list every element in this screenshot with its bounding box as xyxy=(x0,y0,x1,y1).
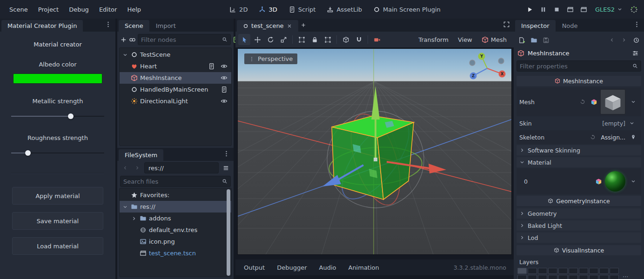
layer-cell[interactable] xyxy=(569,268,578,274)
scale-tool-button[interactable] xyxy=(277,34,289,45)
camera-preview-button[interactable] xyxy=(371,34,383,45)
section-visualinstance[interactable]: VisualInstance xyxy=(517,245,641,255)
layers-more-button[interactable]: ... xyxy=(623,272,628,279)
panel-menu-button[interactable] xyxy=(103,19,113,29)
script-button[interactable] xyxy=(206,61,216,72)
filter-nodes-input[interactable] xyxy=(141,36,220,43)
test-scene-file-row[interactable]: test_scene.tscn xyxy=(120,247,231,259)
history-back-button[interactable] xyxy=(607,35,617,45)
play-button[interactable] xyxy=(524,4,536,15)
panel-menu-button[interactable] xyxy=(221,148,231,159)
layer-cell[interactable] xyxy=(579,275,588,279)
pick-node-button[interactable] xyxy=(628,132,638,142)
transform-menu[interactable]: Transform xyxy=(414,35,453,45)
rotate-tool-button[interactable] xyxy=(264,34,276,45)
res-root-row[interactable]: res:// xyxy=(120,201,231,213)
menu-editor[interactable]: Editor xyxy=(94,4,121,15)
history-forward-button[interactable] xyxy=(619,35,629,45)
select-tool-button[interactable] xyxy=(238,34,250,45)
layer-cell[interactable] xyxy=(528,268,537,274)
layer-cell[interactable] xyxy=(538,268,547,274)
lock-selected-button[interactable] xyxy=(309,34,321,45)
menu-project[interactable]: Project xyxy=(34,4,63,15)
tab-node[interactable]: Node xyxy=(556,20,584,32)
albedo-color-swatch[interactable] xyxy=(13,73,102,84)
search-files-field[interactable] xyxy=(120,176,231,187)
object-history-button[interactable] xyxy=(631,35,641,45)
skeleton-assign-button[interactable]: Assign... xyxy=(601,134,625,141)
layer-cell[interactable] xyxy=(579,268,588,274)
filter-nodes-field[interactable] xyxy=(138,34,231,45)
menu-scene[interactable]: Scene xyxy=(5,4,33,15)
category-lod[interactable]: Lod xyxy=(517,232,641,243)
category-software-skinning[interactable]: Software Skinning xyxy=(517,145,641,155)
scene-node-handledbymainscreen[interactable]: HandledByMainScreen xyxy=(120,84,231,95)
scene-node-heart[interactable]: Heart xyxy=(120,60,231,72)
distraction-free-button[interactable] xyxy=(501,19,511,29)
group-selected-button[interactable] xyxy=(322,34,334,45)
split-mode-button[interactable] xyxy=(221,163,231,173)
section-geometryinstance[interactable]: GeometryInstance xyxy=(517,196,641,206)
collapse-toggle[interactable] xyxy=(122,204,128,210)
list-select-button[interactable] xyxy=(295,34,308,45)
revert-button[interactable] xyxy=(577,97,588,107)
video-driver-select[interactable]: GLES2 xyxy=(592,5,626,14)
favorites-row[interactable]: Favorites: xyxy=(120,189,231,201)
scene-node-testscene[interactable]: TestScene xyxy=(120,49,231,60)
category-material[interactable]: Material xyxy=(517,157,641,167)
tab-material-creator-plugin[interactable]: Material Creator Plugin xyxy=(1,20,83,32)
addons-folder-row[interactable]: addons xyxy=(120,213,231,224)
layer-cell[interactable] xyxy=(548,268,557,274)
editor-2d-button[interactable]: 2D xyxy=(226,4,251,15)
save-resource-button[interactable] xyxy=(541,35,551,45)
menu-debug[interactable]: Debug xyxy=(64,4,94,15)
panel-menu-button[interactable] xyxy=(631,19,642,29)
default-env-row[interactable]: default_env.tres xyxy=(120,224,231,236)
slider-grabber[interactable] xyxy=(25,150,31,156)
pause-button[interactable] xyxy=(538,4,549,15)
layer-cell[interactable] xyxy=(569,275,578,279)
layer-cell[interactable] xyxy=(599,275,609,279)
play-custom-scene-button[interactable] xyxy=(578,4,590,15)
collapse-toggle[interactable] xyxy=(131,216,137,221)
tab-inspector[interactable]: Inspector xyxy=(515,20,556,32)
editor-3d-button[interactable]: 3D xyxy=(255,4,280,15)
scene-node-meshinstance[interactable]: MeshInstance xyxy=(120,72,231,84)
apply-material-button[interactable]: Apply material xyxy=(12,187,103,205)
layer-cell[interactable] xyxy=(599,268,609,274)
editor-assetlib-button[interactable]: AssetLib xyxy=(323,4,365,15)
move-tool-button[interactable] xyxy=(251,34,263,45)
editor-script-button[interactable]: Script xyxy=(285,4,319,15)
layer-cell[interactable] xyxy=(610,268,619,274)
roughness-strength-slider[interactable] xyxy=(11,150,104,156)
filter-properties-input[interactable] xyxy=(520,63,631,70)
search-files-input[interactable] xyxy=(123,178,220,185)
mesh-preview-thumbnail[interactable] xyxy=(600,89,625,114)
new-resource-button[interactable] xyxy=(517,35,527,45)
material-dropdown-button[interactable] xyxy=(628,176,638,186)
add-node-button[interactable] xyxy=(120,34,127,45)
local-space-toggle[interactable] xyxy=(340,34,352,45)
collapse-toggle[interactable] xyxy=(122,52,128,58)
debugger-panel-button[interactable]: Debugger xyxy=(271,262,312,273)
icon-png-row[interactable]: icon.png xyxy=(120,236,231,247)
visibility-toggle[interactable] xyxy=(219,61,229,72)
filter-properties-field[interactable] xyxy=(517,60,641,72)
viewport-3d[interactable]: Perspective Y X Z xyxy=(237,48,512,255)
save-material-button[interactable]: Save material xyxy=(12,212,103,230)
category-baked-light[interactable]: Baked Light xyxy=(517,220,641,231)
layer-cell[interactable] xyxy=(558,268,568,274)
section-meshinstance[interactable]: MeshInstance xyxy=(517,76,641,86)
layer-cell[interactable] xyxy=(548,275,557,279)
output-panel-button[interactable]: Output xyxy=(238,262,270,273)
layer-cell[interactable] xyxy=(589,275,598,279)
slider-grabber[interactable] xyxy=(68,113,74,119)
filesystem-scrollbar[interactable] xyxy=(227,189,230,276)
revert-button[interactable] xyxy=(588,132,598,142)
visibility-toggle[interactable] xyxy=(219,73,229,83)
layer-cell[interactable] xyxy=(517,268,527,274)
visibility-toggle[interactable] xyxy=(219,96,229,106)
tab-filesystem[interactable]: FileSystem xyxy=(119,149,163,161)
nav-forward-button[interactable] xyxy=(132,163,142,173)
axis-gizmo[interactable]: Y X Z xyxy=(464,51,509,84)
